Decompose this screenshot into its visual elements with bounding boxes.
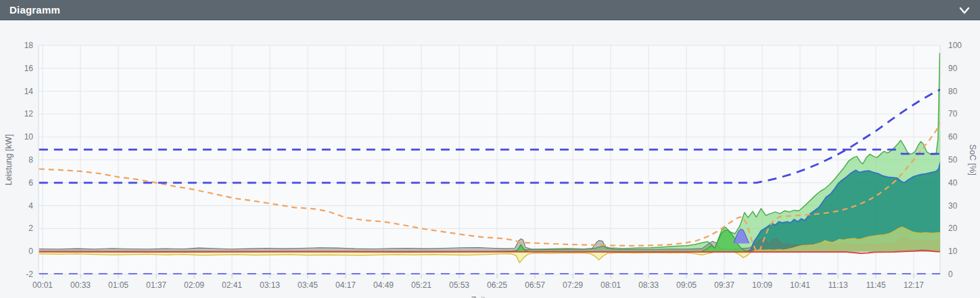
svg-text:70: 70 (948, 109, 958, 119)
panel-header[interactable]: Diagramm (0, 0, 980, 20)
svg-text:04:49: 04:49 (373, 280, 394, 290)
svg-text:8: 8 (28, 155, 33, 165)
svg-text:00:01: 00:01 (32, 280, 53, 290)
svg-text:90: 90 (948, 64, 958, 73)
svg-text:01:05: 01:05 (108, 280, 129, 290)
svg-text:12: 12 (24, 109, 34, 119)
svg-text:06:25: 06:25 (487, 280, 507, 290)
svg-text:08:01: 08:01 (601, 280, 621, 290)
svg-text:02:09: 02:09 (184, 280, 204, 290)
chart-container: 00:0100:3301:0501:3702:0902:4103:1303:45… (0, 20, 980, 298)
svg-text:03:13: 03:13 (260, 280, 280, 290)
svg-text:0: 0 (948, 270, 953, 279)
svg-text:01:37: 01:37 (146, 280, 166, 290)
svg-text:04:17: 04:17 (335, 280, 356, 290)
svg-text:50: 50 (948, 155, 958, 165)
svg-text:30: 30 (948, 201, 958, 211)
svg-text:10: 10 (24, 132, 34, 142)
svg-text:14: 14 (24, 87, 34, 96)
svg-text:11:45: 11:45 (866, 280, 885, 290)
svg-text:100: 100 (948, 41, 962, 50)
svg-text:00:33: 00:33 (70, 280, 91, 290)
svg-text:16: 16 (24, 64, 34, 73)
svg-text:-2: -2 (26, 270, 33, 279)
svg-text:02:41: 02:41 (222, 280, 242, 290)
svg-text:10:41: 10:41 (790, 280, 810, 290)
svg-text:2: 2 (28, 224, 33, 233)
svg-text:08:33: 08:33 (638, 280, 659, 290)
svg-text:4: 4 (28, 201, 33, 211)
svg-text:06:57: 06:57 (525, 280, 545, 290)
panel-title: Diagramm (9, 4, 60, 16)
svg-text:Leistung [kW]: Leistung [kW] (4, 134, 14, 186)
svg-text:60: 60 (948, 132, 958, 142)
svg-text:05:53: 05:53 (449, 280, 469, 290)
svg-text:40: 40 (948, 178, 958, 188)
svg-text:10: 10 (948, 247, 958, 256)
svg-text:09:05: 09:05 (676, 280, 697, 290)
chart-svg: 00:0100:3301:0501:3702:0902:4103:1303:45… (0, 20, 980, 298)
svg-text:05:21: 05:21 (411, 280, 431, 290)
svg-text:SoC [%]: SoC [%] (968, 144, 977, 175)
svg-text:09:37: 09:37 (714, 280, 734, 290)
svg-text:6: 6 (28, 178, 33, 188)
svg-text:0: 0 (28, 247, 33, 256)
svg-text:12:17: 12:17 (904, 280, 924, 290)
svg-text:07:29: 07:29 (563, 280, 583, 290)
svg-text:10:09: 10:09 (752, 280, 772, 290)
svg-text:Zeit: Zeit (471, 295, 486, 298)
svg-text:80: 80 (948, 87, 958, 96)
svg-text:03:45: 03:45 (298, 280, 318, 290)
svg-text:18: 18 (24, 41, 34, 50)
chevron-down-icon[interactable] (958, 4, 971, 16)
svg-text:20: 20 (948, 224, 958, 233)
svg-text:11:13: 11:13 (828, 280, 847, 290)
